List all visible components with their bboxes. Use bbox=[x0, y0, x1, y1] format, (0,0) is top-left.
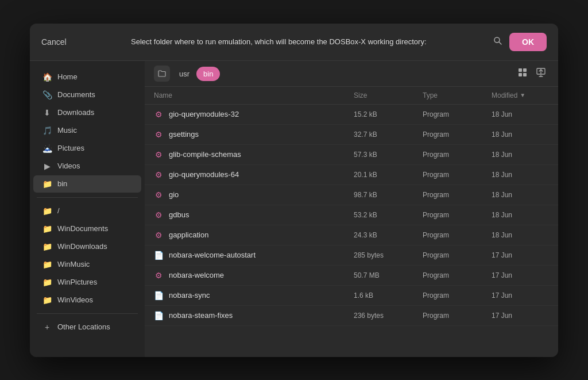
file-size: 98.7 kB bbox=[354, 191, 423, 199]
bin-icon: 📁 bbox=[42, 179, 52, 189]
sidebar-item-videos[interactable]: ▶ Videos bbox=[33, 158, 141, 175]
sidebar-sections-divider bbox=[37, 313, 138, 314]
table-row[interactable]: ⚙ gio-querymodules-64 20.1 kB Program 18… bbox=[145, 165, 558, 185]
file-type-label: Program bbox=[423, 211, 492, 219]
sidebar-item-other-locations[interactable]: + Other Locations bbox=[33, 318, 141, 336]
file-name-cell: ⚙ gapplication bbox=[154, 231, 354, 240]
file-name: nobara-welcome-autostart bbox=[169, 251, 256, 259]
file-size: 57.3 kB bbox=[354, 151, 423, 159]
file-name: gio-querymodules-64 bbox=[169, 170, 239, 179]
file-name-cell: 📄 nobara-steam-fixes bbox=[154, 311, 354, 320]
table-row[interactable]: 📄 nobara-steam-fixes 236 bytes Program 1… bbox=[145, 306, 558, 326]
file-name-cell: ⚙ nobara-welcome bbox=[154, 271, 354, 280]
sidebar-label-documents: Documents bbox=[57, 90, 95, 99]
documents-icon: 📎 bbox=[42, 90, 52, 99]
file-size: 32.7 kB bbox=[354, 130, 423, 139]
file-table: Name Size Type Modified ▼ ⚙ gio-querymod… bbox=[145, 87, 558, 357]
sidebar-item-winvideos[interactable]: 📁 WinVideos bbox=[33, 291, 141, 309]
table-row[interactable]: ⚙ nobara-welcome 50.7 MB Program 17 Jun bbox=[145, 266, 558, 286]
file-name-cell: 📄 nobara-welcome-autostart bbox=[154, 251, 354, 260]
upload-button[interactable] bbox=[533, 66, 549, 82]
table-row[interactable]: ⚙ gdbus 53.2 kB Program 18 Jun bbox=[145, 205, 558, 225]
table-row[interactable]: ⚙ glib-compile-schemas 57.3 kB Program 1… bbox=[145, 145, 558, 165]
table-row[interactable]: ⚙ gapplication 24.3 kB Program 18 Jun bbox=[145, 225, 558, 245]
pictures-icon: 🗻 bbox=[42, 144, 52, 153]
col-name: Name bbox=[154, 91, 354, 99]
file-name: nobara-sync bbox=[169, 291, 210, 300]
file-modified: 17 Jun bbox=[492, 251, 549, 259]
file-name: gsettings bbox=[169, 130, 199, 139]
file-type-icon: 📄 bbox=[154, 311, 163, 320]
sidebar-label-downloads: Downloads bbox=[57, 108, 94, 117]
file-modified: 18 Jun bbox=[492, 130, 549, 139]
table-row[interactable]: 📄 nobara-welcome-autostart 285 bytes Pro… bbox=[145, 245, 558, 266]
sidebar-label-winpictures: WinPictures bbox=[57, 278, 97, 286]
sidebar-item-downloads[interactable]: ⬇ Downloads bbox=[33, 104, 141, 121]
file-type-label: Program bbox=[423, 130, 492, 139]
file-type-label: Program bbox=[423, 171, 492, 179]
sidebar-item-winpictures[interactable]: 📁 WinPictures bbox=[33, 274, 141, 291]
grid-view-button[interactable] bbox=[514, 66, 531, 82]
file-type-icon: ⚙ bbox=[154, 110, 163, 119]
sidebar-divider bbox=[37, 197, 138, 198]
sort-arrow-icon: ▼ bbox=[520, 92, 525, 98]
music-icon: 🎵 bbox=[42, 126, 52, 135]
file-name-cell: ⚙ gio-querymodules-32 bbox=[154, 110, 354, 119]
videos-icon: ▶ bbox=[42, 162, 52, 171]
file-type-icon: ⚙ bbox=[154, 150, 163, 159]
file-name: gdbus bbox=[169, 210, 189, 219]
svg-rect-2 bbox=[519, 68, 522, 72]
sidebar-item-winmusic[interactable]: 📁 WinMusic bbox=[33, 256, 141, 273]
file-size: 1.6 kB bbox=[354, 291, 423, 300]
sidebar-label-winvideos: WinVideos bbox=[57, 295, 93, 304]
sidebar-label-videos: Videos bbox=[57, 162, 80, 170]
sidebar-label-home: Home bbox=[57, 72, 78, 81]
file-name: gio bbox=[169, 190, 179, 199]
file-chooser-dialog: Cancel Select folder where to run emulat… bbox=[30, 24, 558, 357]
ok-button[interactable]: OK bbox=[509, 33, 547, 51]
sidebar-item-bin[interactable]: 📁 bin bbox=[33, 175, 141, 193]
file-name-cell: ⚙ glib-compile-schemas bbox=[154, 150, 354, 159]
sidebar-item-documents[interactable]: 📎 Documents bbox=[33, 86, 141, 103]
dialog-body: 🏠 Home 📎 Documents ⬇ Downloads 🎵 Music 🗻… bbox=[30, 61, 558, 357]
sidebar-item-home[interactable]: 🏠 Home bbox=[33, 68, 141, 86]
breadcrumb-usr[interactable]: usr bbox=[172, 67, 196, 81]
file-size: 15.2 kB bbox=[354, 110, 423, 118]
svg-line-1 bbox=[499, 42, 501, 44]
sidebar-label-bin: bin bbox=[57, 179, 67, 188]
home-icon: 🏠 bbox=[42, 72, 52, 82]
table-row[interactable]: ⚙ gio-querymodules-32 15.2 kB Program 18… bbox=[145, 105, 558, 125]
table-row[interactable]: ⚙ gsettings 32.7 kB Program 18 Jun bbox=[145, 125, 558, 145]
cancel-button[interactable]: Cancel bbox=[41, 37, 67, 47]
file-modified: 17 Jun bbox=[492, 291, 549, 300]
file-type-icon: ⚙ bbox=[154, 190, 163, 199]
breadcrumb-bar: usrbin bbox=[145, 61, 558, 87]
file-type-label: Program bbox=[423, 291, 492, 300]
file-type-label: Program bbox=[423, 312, 492, 320]
sidebar-label-root: / bbox=[57, 206, 60, 215]
file-type-label: Program bbox=[423, 110, 492, 118]
search-button[interactable] bbox=[491, 34, 505, 50]
folder-icon[interactable] bbox=[154, 66, 170, 82]
file-name-cell: ⚙ gio bbox=[154, 190, 354, 199]
table-row[interactable]: ⚙ gio 98.7 kB Program 18 Jun bbox=[145, 185, 558, 205]
file-name-cell: ⚙ gio-querymodules-64 bbox=[154, 170, 354, 179]
file-size: 236 bytes bbox=[354, 312, 423, 320]
sidebar-item-music[interactable]: 🎵 Music bbox=[33, 122, 141, 139]
breadcrumb-bin[interactable]: bin bbox=[196, 67, 220, 81]
winmusic-folder-icon: 📁 bbox=[42, 260, 52, 269]
sidebar-label-windocuments: WinDocuments bbox=[57, 224, 108, 233]
file-type-label: Program bbox=[423, 151, 492, 159]
table-row[interactable]: 📄 nobara-sync 1.6 kB Program 17 Jun bbox=[145, 286, 558, 306]
sidebar-item-pictures[interactable]: 🗻 Pictures bbox=[33, 140, 141, 157]
file-type-icon: ⚙ bbox=[154, 271, 163, 280]
file-modified: 18 Jun bbox=[492, 171, 549, 179]
sidebar-item-root[interactable]: 📁 / bbox=[33, 202, 141, 220]
sidebar-item-windocuments[interactable]: 📁 WinDocuments bbox=[33, 220, 141, 237]
file-size: 285 bytes bbox=[354, 251, 423, 259]
sidebar-item-windownloads[interactable]: 📁 WinDownloads bbox=[33, 238, 141, 255]
svg-rect-3 bbox=[523, 68, 527, 72]
file-name: gio-querymodules-32 bbox=[169, 110, 239, 118]
svg-rect-4 bbox=[519, 73, 522, 76]
col-type: Type bbox=[423, 91, 492, 99]
